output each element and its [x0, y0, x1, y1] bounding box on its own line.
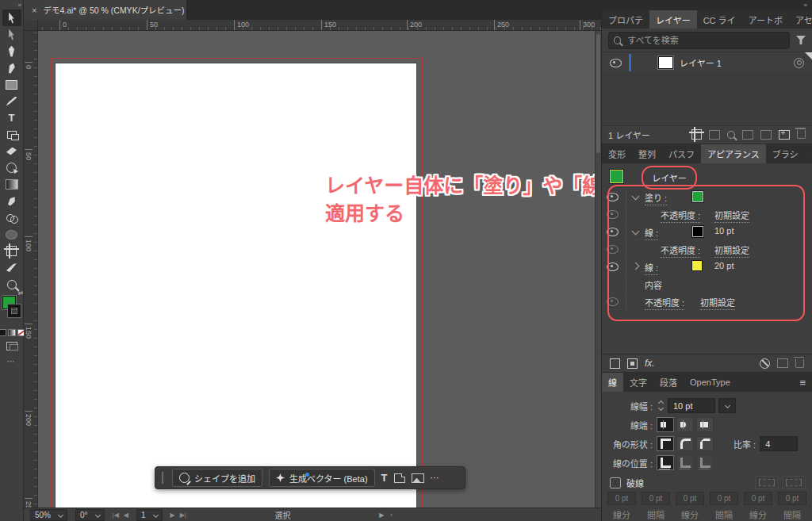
dash-preserve-button[interactable]: [755, 476, 779, 489]
export-icon[interactable]: [709, 130, 720, 140]
panel-menu-icon[interactable]: ≡: [793, 373, 812, 392]
artboard-button[interactable]: [394, 473, 405, 483]
contextual-task-bar[interactable]: シェイプを追加 生成ベクター (Beta) T ⋯: [155, 466, 465, 489]
new-stroke-icon[interactable]: [610, 358, 620, 369]
status-shrink-icon[interactable]: ‹: [390, 511, 393, 519]
status-bar-options[interactable]: ▶ ‹: [379, 511, 393, 519]
artboard-number-select[interactable]: 1: [136, 509, 163, 521]
taskbar-grip[interactable]: [162, 472, 166, 484]
tab-opentype[interactable]: OpenType: [684, 373, 737, 392]
dash-value-input[interactable]: 0 pt: [710, 492, 738, 505]
appearance-row-stroke-10[interactable]: 線 : 10 pt: [602, 223, 812, 240]
fill-color-swatch[interactable]: [692, 191, 703, 202]
layer-target-icon[interactable]: [794, 58, 804, 68]
first-artboard-icon[interactable]: |◀: [113, 511, 119, 519]
search-field[interactable]: [608, 32, 790, 49]
tab-assets[interactable]: アセット: [789, 10, 812, 29]
eraser-tool[interactable]: [2, 143, 21, 159]
taskbar-more-button[interactable]: ⋯: [431, 473, 440, 483]
rectangle-tool[interactable]: [2, 76, 21, 93]
new-layer-icon[interactable]: [779, 130, 790, 140]
last-artboard-icon[interactable]: ▶|: [180, 511, 186, 519]
ruler-origin-corner[interactable]: [24, 20, 38, 31]
appearance-row-layer-opacity[interactable]: 不透明度 : 初期設定: [602, 293, 812, 310]
appearance-row-fill-opacity[interactable]: 不透明度 : 初期設定: [602, 205, 812, 223]
dash-value-input[interactable]: 0 pt: [607, 492, 636, 505]
artboard-nav-prev[interactable]: |◀ ◀: [113, 511, 128, 519]
dashed-line-checkbox[interactable]: [610, 477, 621, 488]
type-button[interactable]: T: [381, 472, 388, 484]
stroke-width-dropdown[interactable]: [718, 398, 736, 413]
layer-visibility-icon[interactable]: [610, 59, 622, 67]
tab-paragraph[interactable]: 段落: [653, 373, 684, 392]
vertical-scrollbar[interactable]: [595, 31, 601, 508]
butt-cap-button[interactable]: [657, 417, 674, 432]
place-image-button[interactable]: [412, 473, 424, 483]
edit-toolbar-button[interactable]: ⋯: [7, 357, 16, 366]
selection-tool[interactable]: [2, 10, 21, 26]
chevron-down-icon[interactable]: [632, 228, 640, 236]
delete-layer-icon[interactable]: [797, 130, 806, 139]
chevron-down-icon[interactable]: [632, 193, 640, 201]
layer-row[interactable]: レイヤー 1: [602, 52, 812, 74]
tab-properties[interactable]: プロパテ: [602, 10, 649, 29]
search-input[interactable]: [626, 35, 784, 46]
miter-join-button[interactable]: [657, 436, 674, 451]
align-center-button[interactable]: [657, 455, 674, 470]
dash-value-input[interactable]: 0 pt: [778, 492, 806, 505]
eyedropper-tool[interactable]: [2, 193, 21, 209]
type-tool[interactable]: T: [2, 109, 21, 126]
visibility-icon[interactable]: [607, 262, 619, 271]
make-mask-icon[interactable]: [742, 130, 753, 140]
swap-fill-stroke-icon[interactable]: ⇄: [18, 289, 24, 297]
appearance-row-contents[interactable]: 内容: [602, 275, 812, 293]
visibility-icon[interactable]: [607, 297, 619, 306]
tab-align[interactable]: 整列: [632, 144, 662, 163]
round-join-button[interactable]: [676, 436, 694, 451]
tab-transform[interactable]: 変形: [602, 144, 632, 163]
layer-list-empty[interactable]: [602, 73, 812, 126]
align-outside-button[interactable]: [696, 455, 714, 470]
filter-icon[interactable]: [796, 36, 806, 44]
gradient-button[interactable]: [8, 329, 16, 336]
horizontal-ruler[interactable]: 0 50 100 150 200 250 300: [38, 20, 601, 31]
vertical-ruler[interactable]: 0 50 100 150 200 250: [24, 31, 38, 508]
stroke-color-swatch[interactable]: [692, 226, 703, 237]
chevron-right-icon[interactable]: [632, 262, 640, 270]
blend-tool[interactable]: [2, 209, 21, 226]
appearance-row-fill[interactable]: 塗り :: [602, 188, 812, 205]
projecting-cap-button[interactable]: [696, 417, 714, 432]
prev-artboard-icon[interactable]: ◀: [124, 511, 128, 519]
tab-artboards[interactable]: アートボ: [742, 10, 789, 29]
stroke-width-stepper[interactable]: [657, 399, 665, 412]
layer-thumbnail[interactable]: [658, 56, 673, 69]
toolbar-collapse-icon[interactable]: »: [18, 1, 21, 10]
round-cap-button[interactable]: [676, 417, 694, 432]
zoom-level-select[interactable]: 50%: [30, 509, 67, 521]
close-tab-icon[interactable]: ×: [32, 6, 36, 15]
visibility-icon[interactable]: [607, 228, 619, 236]
artboard[interactable]: [56, 63, 416, 508]
appearance-row-stroke-20[interactable]: 線 : 20 pt: [602, 258, 812, 275]
symbol-sprayer-tool[interactable]: [2, 226, 21, 243]
color-button[interactable]: [0, 329, 6, 336]
dash-value-input[interactable]: 0 pt: [642, 492, 670, 505]
paintbrush-tool[interactable]: [2, 93, 21, 109]
pen-tool[interactable]: [2, 43, 21, 59]
collect-for-export-icon[interactable]: [691, 129, 702, 140]
document-tab[interactable]: × デモ4.ai* @ 50 % (CMYK/プレビュー): [24, 0, 186, 20]
visibility-icon[interactable]: [607, 210, 619, 219]
draw-mode-button[interactable]: [6, 342, 17, 351]
duplicate-item-icon[interactable]: [777, 358, 788, 368]
curvature-tool[interactable]: [2, 59, 21, 76]
visibility-icon[interactable]: [607, 193, 619, 201]
dash-align-button[interactable]: [782, 476, 806, 489]
appearance-row-stroke-opacity[interactable]: 不透明度 : 初期設定: [602, 240, 812, 258]
visibility-icon[interactable]: [607, 245, 619, 254]
stroke-width-input[interactable]: 10 pt: [668, 398, 715, 413]
rotation-select[interactable]: 0°: [75, 509, 105, 521]
delete-item-icon[interactable]: [795, 359, 804, 368]
next-artboard-icon[interactable]: ▶: [170, 511, 175, 519]
tab-cc-libraries[interactable]: CC ライ: [697, 10, 742, 29]
add-effect-icon[interactable]: fx.: [645, 358, 655, 369]
